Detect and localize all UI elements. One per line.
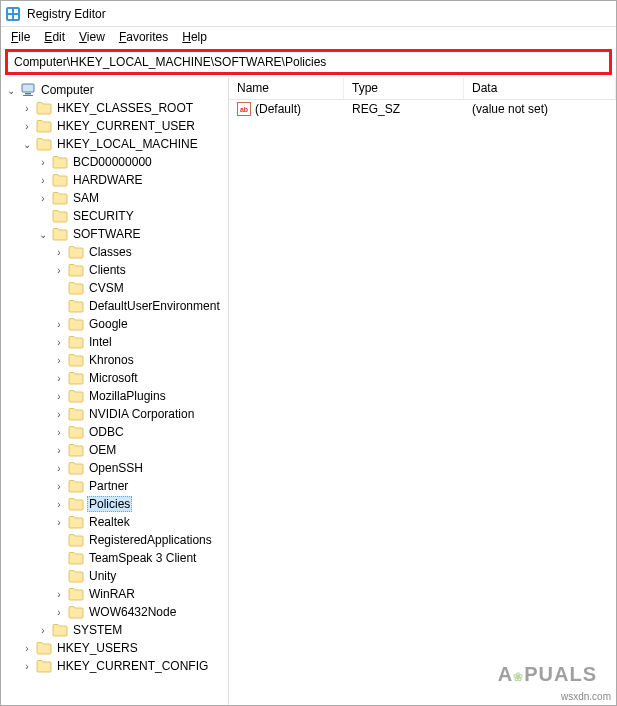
menu-file[interactable]: File (5, 29, 36, 45)
folder-icon (52, 623, 68, 637)
chevron-right-icon[interactable]: › (53, 498, 65, 510)
tree-node[interactable]: ›Partner (53, 477, 228, 495)
tree-node[interactable]: ›HKEY_USERS (21, 639, 228, 657)
tree-node[interactable]: ›Khronos (53, 351, 228, 369)
tree-node[interactable]: ›Classes (53, 243, 228, 261)
col-header-name[interactable]: Name (229, 78, 344, 99)
chevron-right-icon[interactable]: › (21, 102, 33, 114)
chevron-right-icon[interactable]: › (53, 372, 65, 384)
tree-node[interactable]: ›Google (53, 315, 228, 333)
tree-node[interactable]: ›Clients (53, 261, 228, 279)
chevron-right-icon[interactable]: › (53, 264, 65, 276)
svg-rect-6 (25, 93, 31, 95)
tree-node-label: HKEY_CLASSES_ROOT (55, 101, 195, 115)
chevron-right-icon[interactable]: › (53, 462, 65, 474)
folder-icon (36, 641, 52, 655)
folder-icon (36, 101, 52, 115)
chevron-down-icon[interactable]: ⌄ (37, 228, 49, 240)
tree-node[interactable]: CVSM (53, 279, 228, 297)
tree-node[interactable]: ›HARDWARE (37, 171, 228, 189)
folder-icon (68, 371, 84, 385)
list-row[interactable]: ab(Default)REG_SZ(value not set) (229, 100, 616, 118)
tree-node[interactable]: ›SYSTEM (37, 621, 228, 639)
tree-node-label: WOW6432Node (87, 605, 178, 619)
chevron-down-icon[interactable]: ⌄ (5, 84, 17, 96)
cell-data: (value not set) (464, 102, 616, 116)
menu-help[interactable]: Help (176, 29, 213, 45)
col-header-type[interactable]: Type (344, 78, 464, 99)
folder-icon (68, 389, 84, 403)
tree-node-label: MozillaPlugins (87, 389, 168, 403)
tree-node[interactable]: ›Realtek (53, 513, 228, 531)
tree-node[interactable]: ›BCD00000000 (37, 153, 228, 171)
tree-node[interactable]: ›HKEY_CURRENT_CONFIG (21, 657, 228, 675)
chevron-right-icon[interactable]: › (21, 642, 33, 654)
chevron-right-icon[interactable]: › (37, 174, 49, 186)
folder-icon (68, 317, 84, 331)
tree-node[interactable]: DefaultUserEnvironment (53, 297, 228, 315)
chevron-right-icon[interactable]: › (53, 336, 65, 348)
chevron-right-icon[interactable]: › (53, 426, 65, 438)
tree-node-label: TeamSpeak 3 Client (87, 551, 198, 565)
svg-rect-1 (8, 9, 12, 13)
tree-node[interactable]: ›WOW6432Node (53, 603, 228, 621)
chevron-right-icon[interactable]: › (53, 408, 65, 420)
tree-node[interactable]: ›NVIDIA Corporation (53, 405, 228, 423)
folder-icon (68, 587, 84, 601)
folder-icon (68, 245, 84, 259)
tree-node-label: RegisteredApplications (87, 533, 214, 547)
tree-node[interactable]: ›WinRAR (53, 585, 228, 603)
folder-open-icon (52, 227, 68, 241)
chevron-right-icon[interactable]: › (53, 480, 65, 492)
tree-node[interactable]: TeamSpeak 3 Client (53, 549, 228, 567)
folder-icon (68, 533, 84, 547)
tree-node[interactable]: ›OpenSSH (53, 459, 228, 477)
tree-node-label: Realtek (87, 515, 132, 529)
chevron-right-icon[interactable]: › (37, 192, 49, 204)
tree-node[interactable]: SECURITY (37, 207, 228, 225)
tree-node-label: Clients (87, 263, 128, 277)
col-header-data[interactable]: Data (464, 78, 616, 99)
tree-node[interactable]: ›Intel (53, 333, 228, 351)
chevron-down-icon[interactable]: ⌄ (21, 138, 33, 150)
tree-node[interactable]: ›MozillaPlugins (53, 387, 228, 405)
tree-node[interactable]: Unity (53, 567, 228, 585)
tree-node-label: NVIDIA Corporation (87, 407, 196, 421)
tree-node-label: OEM (87, 443, 118, 457)
window-title: Registry Editor (27, 7, 106, 21)
chevron-right-icon[interactable]: › (37, 156, 49, 168)
tree-pane[interactable]: ⌄Computer›HKEY_CLASSES_ROOT›HKEY_CURRENT… (1, 78, 229, 705)
chevron-right-icon[interactable]: › (53, 516, 65, 528)
tree-root-node[interactable]: ⌄Computer (5, 81, 228, 99)
tree-node-label: Unity (87, 569, 118, 583)
tree-node[interactable]: ⌄HKEY_LOCAL_MACHINE (21, 135, 228, 153)
tree-node-label: Policies (87, 496, 132, 512)
chevron-right-icon[interactable]: › (53, 318, 65, 330)
tree-node[interactable]: ›Policies (53, 495, 228, 513)
tree-node[interactable]: ›HKEY_CLASSES_ROOT (21, 99, 228, 117)
menu-edit[interactable]: Edit (38, 29, 71, 45)
chevron-right-icon[interactable]: › (53, 246, 65, 258)
chevron-right-icon[interactable]: › (53, 354, 65, 366)
chevron-right-icon[interactable]: › (21, 660, 33, 672)
chevron-right-icon[interactable]: › (21, 120, 33, 132)
tree-node[interactable]: ›SAM (37, 189, 228, 207)
chevron-right-icon[interactable]: › (53, 606, 65, 618)
titlebar: Registry Editor (1, 1, 616, 27)
menu-view[interactable]: View (73, 29, 111, 45)
tree-node[interactable]: ›OEM (53, 441, 228, 459)
chevron-right-icon[interactable]: › (37, 624, 49, 636)
chevron-right-icon[interactable]: › (53, 390, 65, 402)
tree-node-label: Intel (87, 335, 114, 349)
tree-node[interactable]: ›Microsoft (53, 369, 228, 387)
chevron-right-icon[interactable]: › (53, 444, 65, 456)
tree-node[interactable]: RegisteredApplications (53, 531, 228, 549)
address-bar[interactable]: Computer\HKEY_LOCAL_MACHINE\SOFTWARE\Pol… (5, 49, 612, 75)
menu-favorites[interactable]: Favorites (113, 29, 174, 45)
string-value-icon: ab (237, 102, 251, 116)
tree-node-label: OpenSSH (87, 461, 145, 475)
tree-node[interactable]: ›HKEY_CURRENT_USER (21, 117, 228, 135)
tree-node[interactable]: ⌄SOFTWARE (37, 225, 228, 243)
chevron-right-icon[interactable]: › (53, 588, 65, 600)
tree-node[interactable]: ›ODBC (53, 423, 228, 441)
